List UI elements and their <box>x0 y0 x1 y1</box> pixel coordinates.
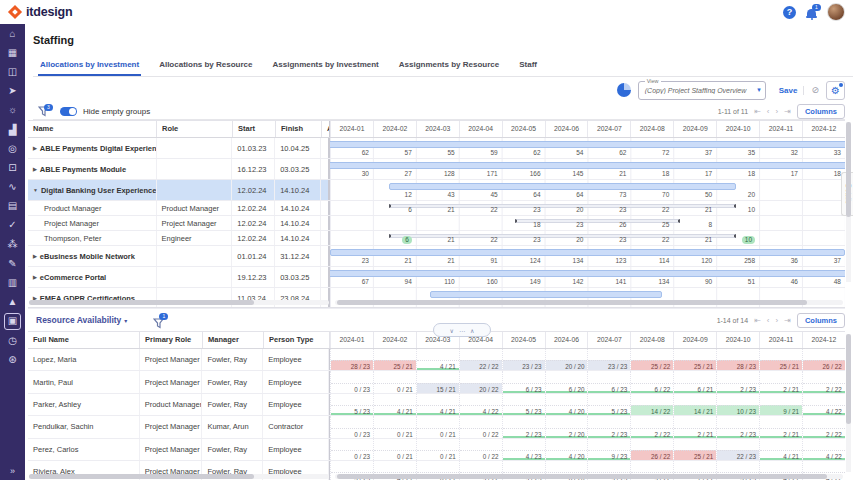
gantt-value[interactable] <box>416 221 459 229</box>
column-header-start[interactable]: Start <box>233 121 276 137</box>
gantt-value[interactable] <box>759 236 802 244</box>
gantt-bar[interactable] <box>329 141 845 148</box>
gantt-value[interactable]: 70 <box>630 191 673 199</box>
gantt-value[interactable]: 23 <box>545 221 588 229</box>
allocation-row[interactable]: ▼Digital Banking User Experience12.02.24… <box>28 180 845 201</box>
gantt-value[interactable]: 62 <box>502 149 545 157</box>
sidebar-item-board-tasks[interactable]: ▤ <box>0 197 25 216</box>
allocations-vertical-scrollbar[interactable] <box>846 122 851 282</box>
gantt-value[interactable] <box>330 221 373 229</box>
sidebar-item-rocket[interactable]: ➤ <box>0 82 25 101</box>
sidebar-item-home[interactable]: ⌂ <box>0 24 25 43</box>
gantt-value[interactable] <box>373 221 416 229</box>
allocation-row[interactable]: ▶ABLE Payments Module16.12.2303.03.25302… <box>28 159 845 180</box>
availability-row[interactable]: Pendulkar, SachinProject ManagerKumar, A… <box>28 416 845 438</box>
gantt-value[interactable]: 67 <box>330 278 373 286</box>
gantt-value[interactable]: 17 <box>673 170 716 178</box>
gantt-bar[interactable] <box>430 291 662 298</box>
availability-row[interactable]: Perez, CarlosProject ManagerFowler, RayE… <box>28 439 845 461</box>
allocations-left-hscrollbar[interactable] <box>29 300 329 305</box>
gantt-value[interactable]: 123 <box>587 257 630 265</box>
sidebar-item-goals-target[interactable]: ◎ <box>0 139 25 158</box>
availability-right-hscrollbar[interactable] <box>335 474 843 479</box>
allocation-row[interactable]: Product ManagerProduct Manager12.02.2414… <box>28 201 845 216</box>
gantt-value[interactable]: 21 <box>587 170 630 178</box>
availability-columns-button[interactable]: Columns <box>797 313 845 328</box>
chart-pie-icon[interactable] <box>617 83 631 97</box>
first-page-icon[interactable]: ⇤ <box>754 107 761 116</box>
gantt-value[interactable]: 73 <box>587 191 630 199</box>
gantt-value[interactable] <box>330 236 373 244</box>
gantt-value[interactable]: 23 <box>587 206 630 214</box>
gantt-value[interactable] <box>802 191 845 199</box>
gantt-value[interactable]: 22 <box>630 206 673 214</box>
availability-row[interactable]: Lopez, MariaProject ManagerFowler, RayEm… <box>28 349 845 371</box>
gantt-value[interactable]: 62 <box>330 149 373 157</box>
gantt-value[interactable]: 90 <box>673 278 716 286</box>
gantt-value[interactable] <box>716 221 759 229</box>
gantt-value[interactable]: 30 <box>330 170 373 178</box>
gantt-value[interactable]: 21 <box>673 236 716 244</box>
gantt-value[interactable]: 124 <box>502 257 545 265</box>
gantt-value[interactable]: 27 <box>373 170 416 178</box>
gantt-value[interactable]: 21 <box>416 206 459 214</box>
collapse-caret-icon[interactable]: ▼ <box>33 187 38 193</box>
gantt-bar[interactable] <box>389 183 736 190</box>
gantt-value[interactable]: 21 <box>673 206 716 214</box>
gantt-value[interactable]: 166 <box>502 170 545 178</box>
gantt-value[interactable]: 134 <box>630 278 673 286</box>
gantt-value[interactable]: 50 <box>673 191 716 199</box>
sidebar-item-trends-chart[interactable]: ∿ <box>0 178 25 197</box>
gantt-value[interactable] <box>802 221 845 229</box>
gantt-value[interactable]: 10 <box>716 236 759 244</box>
gantt-bar[interactable] <box>329 270 845 277</box>
gantt-bar[interactable] <box>330 249 845 256</box>
sidebar-collapse-icon[interactable]: » <box>0 466 25 476</box>
gantt-value[interactable]: 18 <box>716 170 759 178</box>
allocation-row[interactable]: ▶ABLE Payments Digital Experience01.03.2… <box>28 138 845 159</box>
gantt-value[interactable]: 36 <box>759 257 802 265</box>
notifications-bell-icon[interactable]: 1 <box>805 6 818 19</box>
sidebar-item-ideas[interactable]: ☼ <box>0 101 25 120</box>
gantt-value[interactable] <box>330 191 373 199</box>
gantt-value[interactable]: 26 <box>587 221 630 229</box>
gantt-value[interactable]: 145 <box>545 170 588 178</box>
column-header-manager[interactable]: Manager <box>203 332 264 348</box>
gantt-value[interactable]: 134 <box>545 257 588 265</box>
expand-caret-icon[interactable]: ▶ <box>33 274 37 280</box>
hide-empty-groups-toggle[interactable] <box>60 107 77 116</box>
gantt-value[interactable]: 18 <box>802 170 845 178</box>
gantt-value[interactable]: 20 <box>545 236 588 244</box>
gantt-value[interactable]: 72 <box>630 149 673 157</box>
gantt-value[interactable] <box>330 206 373 214</box>
gantt-value[interactable]: 22 <box>630 236 673 244</box>
column-header-primary-role[interactable]: Primary Role <box>140 332 203 348</box>
gantt-value[interactable]: 57 <box>373 149 416 157</box>
chevron-down-icon[interactable]: ▾ <box>753 86 765 94</box>
sidebar-item-org-hierarchy[interactable]: ⁂ <box>0 235 25 254</box>
sidebar-item-staffing[interactable]: ▣ <box>0 312 25 331</box>
gantt-value[interactable]: 37 <box>673 149 716 157</box>
sidebar-item-reports[interactable]: ▟ <box>0 120 25 139</box>
column-header-person-type[interactable]: Person Type <box>264 332 330 348</box>
gantt-value[interactable]: 25 <box>630 221 673 229</box>
gantt-value[interactable]: 18 <box>502 221 545 229</box>
collapse-pane-icon[interactable]: ∨ <box>450 327 454 334</box>
column-header-clipped[interactable]: A <box>322 121 330 137</box>
gantt-bar[interactable] <box>329 162 845 169</box>
gantt-value[interactable]: 23 <box>502 206 545 214</box>
gantt-value[interactable]: 10 <box>716 206 759 214</box>
pane-splitter-handle[interactable]: ∨ ⋯ ∧ <box>433 323 491 337</box>
gantt-value[interactable]: 258 <box>716 257 759 265</box>
gantt-value[interactable]: 62 <box>587 149 630 157</box>
sidebar-item-knowledge-book[interactable]: ▥ <box>0 273 25 292</box>
allocation-row[interactable]: Project ManagerProject Manager12.02.2414… <box>28 216 845 231</box>
gantt-value[interactable]: 23 <box>587 236 630 244</box>
prev-page-icon[interactable]: ‹ <box>767 316 770 325</box>
gantt-value[interactable]: 142 <box>545 278 588 286</box>
gantt-value[interactable]: 20 <box>545 206 588 214</box>
tab-allocations-by-resource[interactable]: Allocations by Resource <box>157 56 254 76</box>
gantt-value[interactable]: 54 <box>545 149 588 157</box>
gantt-value[interactable] <box>802 206 845 214</box>
gantt-value[interactable]: 32 <box>759 149 802 157</box>
